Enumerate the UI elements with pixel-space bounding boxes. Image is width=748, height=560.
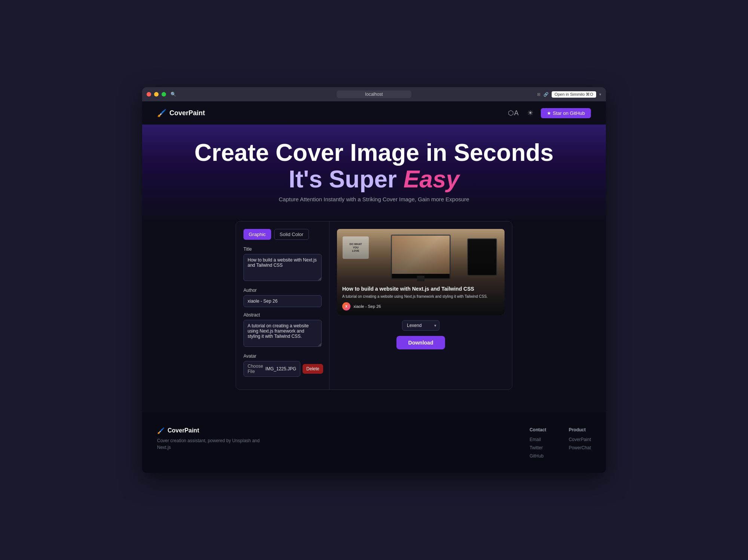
close-traffic-light[interactable] bbox=[147, 92, 151, 97]
footer-contact-heading: Contact bbox=[530, 427, 546, 432]
solid-color-tab[interactable]: Solid Color bbox=[274, 229, 309, 240]
chevron-down-icon[interactable]: ▾ bbox=[599, 92, 601, 97]
star-github-button[interactable]: ★ Star on GitHub bbox=[541, 108, 591, 118]
browser-window: 🔍 localhost ⊞ 🔗 Open in Simmilo ⌘O ▾ 🖌️ … bbox=[142, 87, 606, 473]
translate-icon: ⬡A bbox=[508, 109, 518, 117]
avatar-label: Avatar bbox=[243, 354, 322, 359]
search-icon: 🔍 bbox=[171, 92, 176, 97]
translate-button[interactable]: ⬡A bbox=[506, 107, 520, 119]
hero-title-line2: It's Super Easy bbox=[150, 166, 598, 192]
share-icon: 🔗 bbox=[543, 92, 549, 97]
hero-title: Create Cover Image in Seconds It's Super… bbox=[150, 140, 598, 192]
abstract-label: Abstract bbox=[243, 312, 322, 318]
author-form-group: Author bbox=[243, 288, 322, 307]
preview-title: How to build a website with Next.js and … bbox=[342, 285, 499, 292]
right-panel: DO WHATYOULOVE bbox=[329, 221, 512, 389]
url-bar[interactable]: localhost bbox=[337, 91, 411, 98]
title-form-group: Title bbox=[243, 247, 322, 282]
maximize-traffic-light[interactable] bbox=[162, 92, 166, 97]
browser-actions: ⊞ 🔗 Open in Simmilo ⌘O ▾ bbox=[537, 91, 601, 98]
hero-subtitle: Capture Attention Instantly with a Strik… bbox=[150, 196, 598, 202]
footer-contact-col: Contact Email Twitter GitHub bbox=[530, 427, 546, 462]
footer-product-heading: Product bbox=[569, 427, 591, 432]
logo-link[interactable]: 🖌️ CoverPaint bbox=[157, 108, 205, 117]
author-input[interactable] bbox=[243, 295, 322, 307]
graphic-tab[interactable]: Graphic bbox=[243, 229, 271, 240]
footer-email-link[interactable]: Email bbox=[530, 437, 546, 442]
font-select-wrapper: Lexend Inter Roboto Poppins Montserrat bbox=[402, 320, 439, 331]
app-footer: 🖌️ CoverPaint Cover creation assistant, … bbox=[142, 412, 606, 473]
footer-coverpaint-link[interactable]: CoverPaint bbox=[569, 437, 591, 442]
file-choose-text: Choose File bbox=[248, 364, 263, 374]
avatar-row: Choose File IMG_1225.JPG Delete bbox=[243, 361, 322, 377]
footer-links: Contact Email Twitter GitHub Product Cov… bbox=[530, 427, 591, 462]
footer-logo-text: CoverPaint bbox=[168, 427, 199, 434]
preview-image-area: DO WHATYOULOVE bbox=[337, 229, 505, 315]
preview-card: DO WHATYOULOVE bbox=[337, 229, 505, 315]
url-text: localhost bbox=[365, 92, 383, 97]
open-in-simmilo-button[interactable]: Open in Simmilo ⌘O bbox=[552, 91, 596, 98]
download-button[interactable]: Download bbox=[396, 336, 445, 349]
footer-brand: 🖌️ CoverPaint Cover creation assistant, … bbox=[157, 427, 262, 451]
file-name-text: IMG_1225.JPG bbox=[265, 366, 296, 371]
footer-product-col: Product CoverPaint PowerChat bbox=[569, 427, 591, 462]
title-input[interactable] bbox=[243, 254, 322, 281]
footer-powerchat-link[interactable]: PowerChat bbox=[569, 445, 591, 450]
footer-logo: 🖌️ CoverPaint bbox=[157, 427, 262, 434]
file-input-label[interactable]: Choose File IMG_1225.JPG bbox=[243, 361, 300, 377]
footer-github-link[interactable]: GitHub bbox=[530, 453, 546, 459]
font-select[interactable]: Lexend Inter Roboto Poppins Montserrat bbox=[402, 320, 439, 331]
theme-toggle-button[interactable]: ☀ bbox=[526, 107, 535, 119]
open-in-label: Open in Simmilo bbox=[555, 92, 585, 97]
author-label: Author bbox=[243, 288, 322, 293]
open-in-shortcut: ⌘O bbox=[586, 92, 593, 97]
app-content: 🖌️ CoverPaint ⬡A ☀ ★ Star on GitHub Crea… bbox=[142, 101, 606, 473]
hero-title-line2-prefix: It's Super bbox=[289, 166, 404, 193]
hero-title-line1: Create Cover Image in Seconds bbox=[194, 139, 554, 166]
abstract-input[interactable] bbox=[243, 320, 322, 347]
header-actions: ⬡A ☀ ★ Star on GitHub bbox=[506, 107, 591, 119]
preview-content: How to build a website with Next.js and … bbox=[337, 281, 505, 315]
minimize-traffic-light[interactable] bbox=[154, 92, 159, 97]
avatar: x bbox=[342, 302, 350, 310]
app-header: 🖌️ CoverPaint ⬡A ☀ ★ Star on GitHub bbox=[142, 101, 606, 125]
tab-group: Graphic Solid Color bbox=[243, 229, 322, 240]
hero-title-highlight: Easy bbox=[404, 166, 459, 193]
hero-section: Create Cover Image in Seconds It's Super… bbox=[142, 125, 606, 221]
logo-icon: 🖌️ bbox=[157, 108, 166, 117]
footer-twitter-link[interactable]: Twitter bbox=[530, 445, 546, 450]
abstract-form-group: Abstract bbox=[243, 312, 322, 348]
main-card: Graphic Solid Color Title Author Abstrac… bbox=[236, 221, 512, 390]
preview-author-row: x xiaole - Sep 26 bbox=[342, 302, 499, 310]
left-panel: Graphic Solid Color Title Author Abstrac… bbox=[236, 221, 329, 389]
logo-text: CoverPaint bbox=[169, 109, 205, 117]
title-label: Title bbox=[243, 247, 322, 252]
preview-author-text: xiaole - Sep 26 bbox=[353, 304, 381, 309]
footer-tagline: Cover creation assistant, powered by Uns… bbox=[157, 437, 262, 451]
footer-logo-icon: 🖌️ bbox=[157, 427, 165, 434]
delete-avatar-button[interactable]: Delete bbox=[303, 364, 323, 374]
screen-icon: ⊞ bbox=[537, 92, 540, 97]
browser-titlebar: 🔍 localhost ⊞ 🔗 Open in Simmilo ⌘O ▾ bbox=[142, 87, 606, 101]
avatar-form-group: Avatar Choose File IMG_1225.JPG Delete bbox=[243, 354, 322, 377]
sun-icon: ☀ bbox=[527, 109, 533, 117]
preview-abstract: A tutorial on creating a website using N… bbox=[342, 294, 499, 299]
